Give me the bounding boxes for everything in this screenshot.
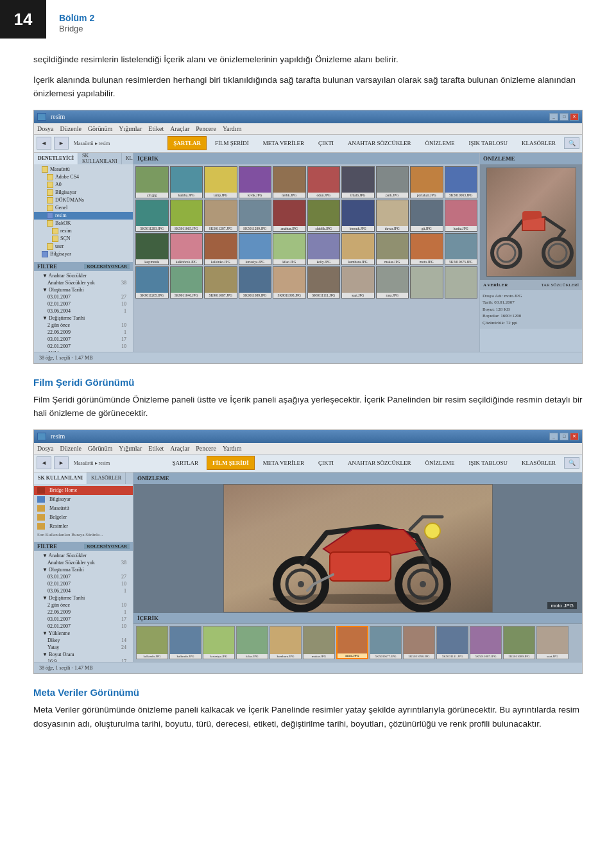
left-tab-denetleyici[interactable]: DENETLEYİCİ — [34, 153, 78, 164]
nav-genel[interactable]: Genel — [34, 204, 133, 212]
thumb-sk11[interactable]: SK9011098.JPG — [273, 266, 306, 299]
thumb-sk12[interactable]: SK9011111.JPG — [307, 266, 341, 299]
fs-thumb-1[interactable]: kalkındo.JPG — [136, 626, 168, 659]
tab-onizleme[interactable]: ÖNİZLEME — [420, 136, 461, 150]
nav-user[interactable]: user — [34, 243, 133, 250]
menu-yigimlar[interactable]: Yığımlar — [119, 125, 142, 132]
thumb-koliy[interactable]: koliy.JPG — [307, 233, 341, 265]
thumb-trbalb[interactable]: trbalb.JPG — [341, 166, 375, 198]
fs-thumb-12[interactable]: saat.JPG — [536, 626, 569, 659]
thumb-sk8[interactable]: SK9011046.JPG — [170, 266, 203, 299]
minimize-btn-2[interactable]: _ — [549, 433, 558, 440]
thumb-makas[interactable]: makas.JPG — [376, 233, 409, 265]
fs-thumb-8[interactable]: 5K5031098.JPG — [403, 626, 435, 659]
forward-btn[interactable]: ► — [54, 137, 69, 150]
thumb-sk10[interactable]: SK9011089.JPG — [239, 266, 272, 299]
nav-a0[interactable]: A0 — [34, 181, 133, 189]
tab2-cikti[interactable]: ÇIKTI — [312, 456, 339, 470]
right-tab-tarsoz[interactable]: TAR SÖZCÜKLERİ — [541, 282, 579, 288]
fs-thumb-4[interactable]: kilac.JPG — [236, 626, 268, 659]
menu-etiket[interactable]: Etiket — [148, 125, 164, 132]
menu-araclar[interactable]: Araçlar — [170, 125, 189, 132]
thumb-duvar[interactable]: duvar.JPG — [376, 200, 409, 232]
fs-thumb-moto[interactable]: moto.JPG — [336, 626, 368, 659]
close-btn[interactable]: ✕ — [570, 113, 579, 121]
left-tab2-sk[interactable]: SK KULLANILANI — [34, 472, 87, 484]
nav-bakok[interactable]: BakOK — [34, 220, 133, 227]
tab-sartlar[interactable]: ŞARTLAR — [167, 136, 207, 150]
thumb-kalkbocek[interactable]: kalkböcek.JPG — [170, 233, 203, 265]
fs-thumb-3[interactable]: kırtasiya.JPG — [203, 626, 235, 659]
left-tab2-klasorler[interactable]: KLASÖRLER — [87, 472, 126, 484]
thumb-kamba[interactable]: kamba.JPG — [170, 166, 203, 198]
tab2-isik[interactable]: IŞIK TABLOSU — [463, 456, 513, 470]
nav-scn[interactable]: SÇN — [34, 235, 133, 243]
right-tab-averiler[interactable]: A VERİLER — [483, 282, 508, 288]
thumb-sk5[interactable]: SK5011289.JPG — [239, 200, 272, 232]
nav-dokumans[interactable]: DÖKÜMANs — [34, 196, 133, 204]
tab-anahtar[interactable]: ANAHTAR SÖZCÜKLER — [342, 136, 417, 150]
menu2-yigimlar[interactable]: Yığımlar — [119, 445, 142, 452]
thumb-sk6[interactable]: 5K5019675.JPG — [445, 233, 478, 265]
menu2-pencere[interactable]: Pencere — [196, 445, 216, 452]
tab-meta-veriler[interactable]: META VERİLER — [257, 136, 310, 150]
menu2-etiket[interactable]: Etiket — [148, 445, 164, 452]
nav-adobecs4[interactable]: Adobe CS4 — [34, 173, 133, 181]
nav-bilgisayar[interactable]: Bilgisayar — [34, 189, 133, 196]
thumb-kilac[interactable]: kilac.JPG — [273, 233, 306, 265]
nav-masaustu[interactable]: Masaüstü — [34, 166, 133, 173]
thumb-kalkinko[interactable]: kalkinko.JPG — [204, 233, 237, 265]
menu-yardim[interactable]: Yardım — [223, 125, 242, 132]
menu-duzenle[interactable]: Düzenle — [60, 125, 81, 132]
thumb-odun[interactable]: odun.JPG — [307, 166, 341, 198]
thumb-portakal[interactable]: portakalı.JPG — [410, 166, 443, 198]
fs-thumb-6[interactable]: makas.JPG — [303, 626, 335, 659]
thumb-sk1[interactable]: 5K5010063.JPG — [445, 166, 478, 198]
fs-thumb-9[interactable]: 5K5031111.JPG — [436, 626, 468, 659]
minimize-btn[interactable]: _ — [549, 113, 558, 121]
search-icon-2[interactable]: 🔍 — [564, 457, 579, 469]
fs-thumb-5[interactable]: kumbara.JPG — [270, 626, 302, 659]
menu-gorunum[interactable]: Görünüm — [88, 125, 112, 132]
nav2-masaustu[interactable]: Masaüstü — [34, 504, 133, 513]
fs-thumb-10[interactable]: 5K5011087.JPG — [470, 626, 502, 659]
menu2-dosya[interactable]: Dosya — [37, 445, 54, 452]
tab-cikti[interactable]: ÇIKTI — [312, 136, 339, 150]
left-tab-sk[interactable]: SK KULLANILANI — [78, 153, 122, 164]
menu2-araclar[interactable]: Araçlar — [170, 445, 189, 452]
back-btn[interactable]: ◄ — [37, 137, 51, 150]
thumb-sk4[interactable]: SK5011287.JPG — [204, 200, 237, 232]
thumb-park[interactable]: park.JPG — [376, 166, 409, 198]
thumb-harita[interactable]: harita.JPG — [445, 200, 478, 232]
nav-resim[interactable]: resim — [34, 212, 133, 220]
tab-klasorler[interactable]: KLASÖRLER — [516, 136, 561, 150]
menu-pencere[interactable]: Pencere — [196, 125, 216, 132]
thumb-rasa[interactable]: rasa.JPG — [376, 266, 409, 299]
menu2-yardim[interactable]: Yardım — [223, 445, 242, 452]
tab2-onizleme[interactable]: ÖNİZLEME — [420, 456, 461, 470]
thumb-lamp[interactable]: lamp.JPG — [204, 166, 237, 198]
back-btn-2[interactable]: ◄ — [37, 456, 51, 469]
thumb-kaciminda[interactable]: kaçımında — [135, 233, 169, 265]
tab2-film-seridi[interactable]: FİLM ŞERİDİ — [207, 456, 255, 470]
thumb-saat[interactable]: saat.JPG — [341, 266, 375, 299]
fs-thumb-7[interactable]: 5K5030677.JPG — [370, 626, 402, 659]
menu2-duzenle[interactable]: Düzenle — [60, 445, 81, 452]
nav2-bridgehome[interactable]: Bridge Home — [34, 486, 133, 495]
tab-isik-tablosu[interactable]: IŞIK TABLOSU — [463, 136, 513, 150]
maximize-btn-2[interactable]: □ — [560, 433, 569, 440]
fs-thumb-11[interactable]: 5K5011089.JPG — [503, 626, 535, 659]
tab2-klasorler[interactable]: KLASÖRLER — [516, 456, 561, 470]
thumb-borouk[interactable]: borouk.JPG — [341, 200, 375, 232]
thumb-netbk[interactable]: netbk.JPG — [273, 166, 306, 198]
thumb-anahtar[interactable]: anahtar.JPG — [273, 200, 306, 232]
nav2-belgeler[interactable]: Belgeler — [34, 513, 133, 522]
tab-film-seridi[interactable]: FİLM ŞERİDİ — [209, 136, 255, 150]
nav-bilgisayar2[interactable]: Bilgisayar — [34, 250, 133, 258]
thumb-gu[interactable]: gü.JPG — [410, 200, 443, 232]
menu-dosya[interactable]: Dosya — [37, 125, 54, 132]
nav-resim2[interactable]: resim — [34, 227, 133, 235]
tab2-anahtar[interactable]: ANAHTAR SÖZCÜKLER — [342, 456, 417, 470]
left-tab-klasorler[interactable]: KLASÖRLER — [122, 153, 133, 164]
thumb-sk2[interactable]: 5K5011283.JPG — [135, 200, 169, 232]
